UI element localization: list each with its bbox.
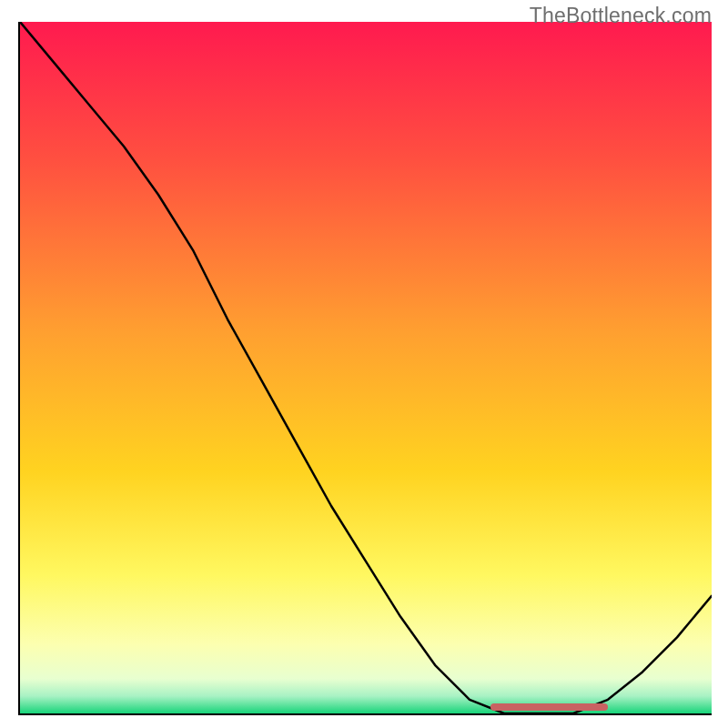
watermark-text: TheBottleneck.com — [530, 4, 712, 28]
plot-area — [18, 22, 712, 715]
optimal-range-marker — [490, 703, 608, 711]
bottleneck-curve — [20, 22, 712, 713]
